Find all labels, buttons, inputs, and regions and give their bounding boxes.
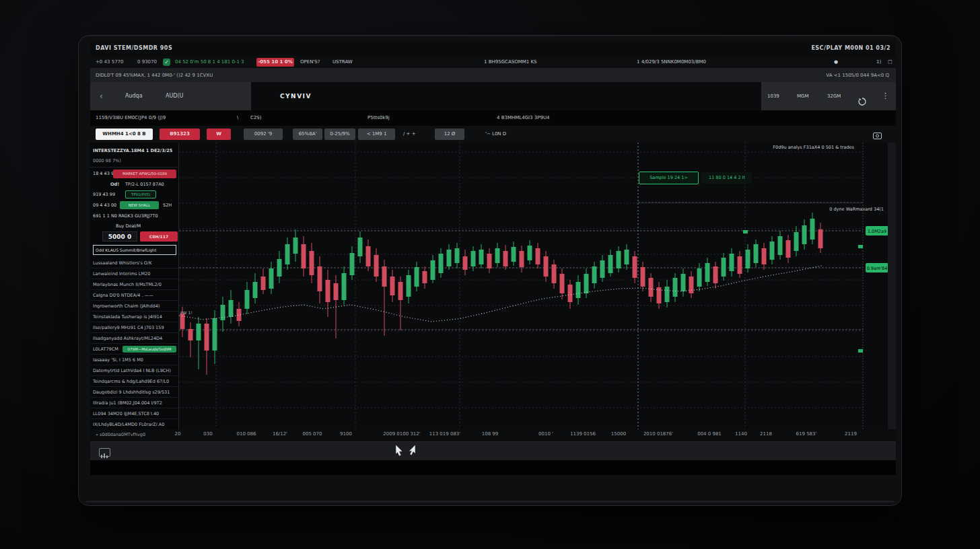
watchlist-row[interactable]: L0LAT79CM079M—MsLauds/Sed9M — [90, 344, 179, 355]
order-size-input[interactable]: WHMH4 1<0 8 B — [96, 129, 153, 140]
tab-active[interactable]: CYNVIV — [251, 82, 761, 110]
mini-chart-icon[interactable] — [99, 448, 110, 457]
watchlist-row-label: Teinstaklada Tushwrap is J4I914 — [93, 314, 162, 320]
cursor-pointer-icon-2 — [408, 444, 417, 460]
watchlist-row[interactable]: Ingrownworth Chalm (JAIhdd4) — [90, 301, 179, 312]
time-tick-label: 15000 — [611, 431, 626, 437]
account-info-2: 1 4/029/3 5NNK0M0M03/BM0 — [637, 59, 706, 65]
ticket-guarantee-label: 691 1 1 N0 RAGK3 GU3RJJ7T0 — [93, 213, 158, 219]
watchlist-row[interactable]: Iasaaay 'Si, I 1M5 6 M0 — [90, 355, 179, 365]
sell-button[interactable]: B91323 — [160, 129, 200, 140]
watchlist-row[interactable]: Illrad/a Ju1 (BM02,J04.004 I/9T2 — [90, 398, 179, 408]
tp-badge[interactable]: TP91(P/I5) — [125, 190, 156, 198]
kebab-menu-icon[interactable]: ⋮ — [882, 82, 889, 110]
time-tick-label: 005 070 — [303, 431, 322, 437]
ticket-sell-button[interactable]: C0H/117 — [140, 231, 178, 242]
back-chevron-icon[interactable]: ‹ — [100, 82, 103, 110]
time-tick-label: 0010 ' — [538, 431, 553, 437]
sample-badge[interactable]: Sample 19 24 1> — [639, 172, 699, 184]
tabbar-button-1[interactable]: 1039 — [767, 82, 779, 110]
amount-field[interactable]: 5000 0 — [102, 231, 137, 242]
price-axis-margin[interactable] — [888, 143, 896, 429]
watchlist-row-label: Iasaaay 'Si, I 1M5 6 M0 — [93, 357, 143, 363]
chart-left-label: PW 1! — [180, 310, 193, 315]
screen-footer — [90, 460, 896, 475]
sidebar-footer-row[interactable]: « s0d0dana0MTvfhvg0 — [96, 432, 145, 437]
indicator-label: '~ L0N D — [485, 129, 506, 140]
raw-menu-item[interactable]: USTRAW — [332, 59, 353, 65]
sell-small-button[interactable]: W — [207, 129, 231, 140]
camera-icon[interactable] — [873, 130, 882, 143]
symbol-right-label: 4 B3MHML4GI3 3P9U4 — [497, 115, 550, 120]
time-tick-label: 1140 — [735, 431, 747, 437]
order-comment-input[interactable]: Odd KLAUS Summit/BriefLight — [93, 245, 176, 255]
watchlist-row-label: Ilsadganyadd Ashkrayt/ML24D4 — [93, 336, 162, 341]
watchlist-row[interactable]: Lussaaland Whistlers's O/K — [90, 258, 179, 268]
sample-value-box: 11 80 0 14 4 2 lt — [702, 172, 752, 184]
watchlist-row[interactable]: Teindqarcms & hdg/Lahd9Ed 67/L0 — [90, 376, 179, 387]
symbol-chevron-icon[interactable]: \ — [237, 115, 238, 120]
watchlist-row[interactable]: Ilsadganyadd Ashkrayt/ML24D4 — [90, 333, 179, 344]
percent-button-2[interactable]: 0-25/9% — [324, 129, 355, 140]
watchlist-row-label: Teindqarcms & hdg/Lahd9Ed 67/L0 — [93, 379, 169, 384]
main-area: INTERSTEZZYA.18M4 1 DE2/3/25 0000 98 7%)… — [90, 143, 896, 429]
time-tick-label: 113 019 083' — [429, 431, 460, 437]
time-tick-label: 1139 0156 — [570, 431, 596, 437]
bracket-icon[interactable]: 1) — [876, 59, 881, 65]
symbol-row: 1159/V3I8U EM0C(JP4 0/9 (J)9 \ C2S) P5tt… — [90, 110, 896, 126]
ticket-header: INTERSTEZZYA.18M4 1 DE2/3/25 — [93, 148, 172, 153]
divider — [90, 167, 179, 168]
chart-header-note: F0d9u analys F31aX4 0 501 & trades — [773, 145, 854, 150]
time-tick-label: 010 086 — [237, 431, 256, 437]
screen: DAVI STEM/DSMDR 90S ESC/PLAY M00N 01 03/… — [90, 41, 896, 475]
tabbar-button-3[interactable]: 32GM — [827, 82, 841, 110]
watchlist-row-label: Lanwaleind Interims LM20 — [93, 271, 150, 277]
tab-active-label: CYNVIV — [280, 82, 312, 110]
loss-badge: -055 10 1 0% — [256, 58, 294, 67]
watchlist-row[interactable]: LL094 34M20 IJjM4E,5TC8 I.40 — [90, 408, 179, 419]
watchlist-row[interactable]: Daugebdizi 9 Lhdshhditlsg s29/531 — [90, 387, 179, 398]
ticket-tpsl-label: TP/2-L 0157 87A0 — [125, 182, 164, 187]
buy-deal-label: Buy Deal/M — [116, 223, 141, 229]
tabbar-button-2[interactable]: MGM — [797, 82, 809, 110]
time-tick-label: 2009 0100 312' — [383, 431, 420, 437]
watchlist-row[interactable]: Lanwaleind Interims LM20 — [90, 268, 179, 279]
svg-text:1.0M2a9: 1.0M2a9 — [868, 229, 886, 234]
watchlist-row-label: Illrad/a Ju1 (BM02,J04.004 I/9T2 — [93, 400, 162, 406]
order-ticket-sidebar: INTERSTEZZYA.18M4 1 DE2/3/25 0000 98 7%)… — [90, 143, 179, 429]
symbol-mid-label: P5tts0k9j — [368, 115, 390, 120]
window-mode-icon[interactable]: □ — [888, 59, 893, 65]
watchlist-row[interactable]: IX/LhdyBL4D/L4MD0 FL0rarZ/.A0 — [90, 419, 179, 429]
market-badge[interactable]: MARKET APWG/50-0189 — [113, 170, 176, 178]
time-axis[interactable]: « s0d0dana0MTvfhvg0 20030010 08616/12'00… — [90, 429, 896, 441]
percent-button-1[interactable]: 65%8A' — [293, 129, 322, 140]
ticket-subheader: 0000 98 7%) — [93, 158, 121, 163]
watchlist-row[interactable]: Calgna D0'0 NTDEA/4 . —— — [90, 290, 179, 301]
trade-toolbar: WHMH4 1<0 8 B B91323 W 0092 '9 65%8A' 0-… — [90, 126, 896, 143]
watchlist-row[interactable]: Ilse/pallery9 MHz91 C4 J703 159 — [90, 322, 179, 333]
time-tick-label: 108 99 — [482, 431, 499, 437]
window-titlebar: DAVI STEM/DSMDR 90S ESC/PLAY M00N 01 03/… — [90, 41, 896, 56]
info-toolbar: DIDL0'T 09 45%MAX, 1 442 0M0-' ()2 42 9 … — [90, 69, 896, 82]
quote-price-2: 0 93070 — [137, 59, 157, 65]
timeframe-button[interactable]: 12 Ø — [435, 129, 464, 140]
watchlist-green-badge[interactable]: 079M—MsLauds/Sed9M — [123, 346, 176, 353]
watchlist-row[interactable]: Datemytrtid LathVda4 I NLB (L9CH) — [90, 365, 179, 376]
pin-icon[interactable]: ● — [834, 59, 838, 65]
new-sell-badge[interactable]: NEW SHALL — [120, 201, 159, 209]
candlestick-canvas[interactable]: 1.0M2a90.9am'84 — [179, 143, 888, 429]
draw-tools-label[interactable]: / + + — [403, 129, 416, 140]
watchlist-row[interactable]: Morlaybnas Munch II/MsTML2/0 — [90, 279, 179, 290]
tab-audqa[interactable]: Audqa — [125, 82, 143, 110]
tab-audu[interactable]: AUD(U — [166, 82, 183, 110]
price-chart[interactable]: 1.0M2a90.9am'84 F0d9u analys F31aX4 0 50… — [179, 143, 888, 429]
watchlist-row-label: Daugebdizi 9 Lhdshhditlsg s29/531 — [93, 390, 170, 395]
lines-button[interactable]: < 1M9 1 — [358, 129, 395, 140]
lot-dropdown[interactable]: 0092 '9 — [244, 129, 283, 140]
chart-right-note: 0 dyne WaRmaxard 34(1 — [829, 207, 884, 212]
open-menu-item[interactable]: OPEN'S? — [300, 59, 320, 65]
monitor-bezel: DAVI STEM/DSMDR 90S ESC/PLAY M00N 01 03/… — [78, 35, 902, 506]
refresh-icon[interactable] — [858, 91, 867, 102]
watchlist-row[interactable]: Teinstaklada Tushwrap is J4I914 — [90, 312, 179, 322]
check-icon: ✓ — [163, 59, 170, 66]
